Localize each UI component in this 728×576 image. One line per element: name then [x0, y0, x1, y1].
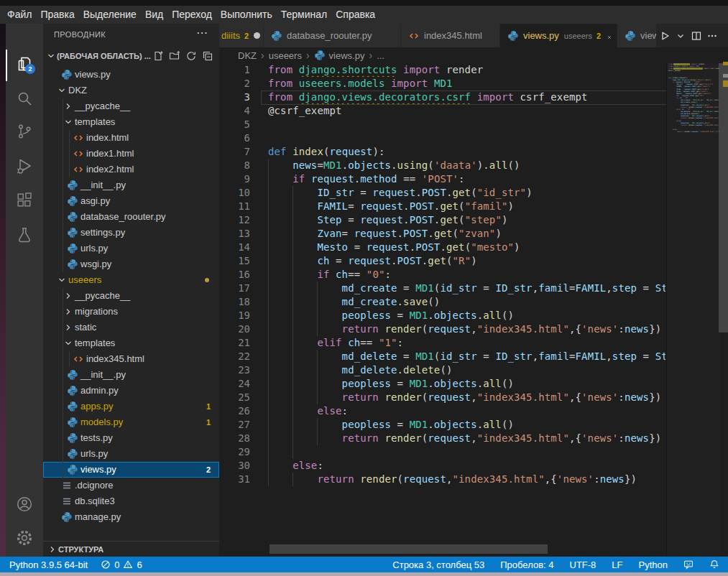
menu-item[interactable]: Выполнить: [216, 6, 277, 24]
line-number[interactable]: 10: [219, 186, 250, 200]
code-line-13[interactable]: 13 Zvan= request.POST.get("zvan"): [219, 227, 665, 241]
line-number[interactable]: 25: [219, 391, 250, 404]
feedback-icon[interactable]: [683, 559, 694, 570]
tree-item-settings.py[interactable]: settings.py: [43, 225, 219, 241]
outline-section-header[interactable]: СТРУКТУРА: [43, 541, 219, 557]
line-number[interactable]: 18: [219, 295, 250, 309]
code-line-12[interactable]: 12 Step = request.POST.get("step"): [219, 213, 665, 227]
code-line-18[interactable]: 18 md_create.save(): [219, 295, 665, 309]
testing-icon[interactable]: [16, 226, 33, 243]
collapse-all-icon[interactable]: [202, 50, 213, 62]
code-line-8[interactable]: 8 news=MD1.objects.using('daata').all(): [219, 159, 665, 172]
split-editor-icon[interactable]: [691, 30, 702, 42]
tab-index345.html[interactable]: index345.html: [401, 24, 500, 47]
code-line-22[interactable]: 22 md_delete = MD1(id_str = ID_str,famil…: [219, 350, 665, 363]
tree-item-asgi.py[interactable]: asgi.py: [43, 193, 219, 209]
tree-item-__pycache__[interactable]: __pycache__: [43, 98, 219, 114]
line-number[interactable]: 30: [219, 459, 250, 473]
explorer-more-icon[interactable]: ⋯: [196, 26, 208, 40]
menu-item[interactable]: Справка: [331, 6, 379, 24]
close-icon[interactable]: [607, 30, 612, 42]
line-number[interactable]: 31: [219, 473, 250, 486]
line-number[interactable]: 4: [219, 104, 250, 118]
code-line-23[interactable]: 23 md_delete.delete(): [219, 363, 665, 377]
code-line-20[interactable]: 20 return render(request,"index345.html"…: [219, 322, 665, 336]
code-line-24[interactable]: 24 peopless = MD1.objects.all(): [219, 377, 665, 391]
bell-icon[interactable]: [709, 559, 719, 570]
horizontal-scrollbar-slider[interactable]: [269, 544, 548, 554]
code-line-29[interactable]: 29: [219, 445, 665, 459]
code-line-19[interactable]: 19 peopless = MD1.objects.all(): [219, 309, 665, 322]
tree-item-__pycache__[interactable]: __pycache__: [43, 288, 219, 304]
line-number[interactable]: 22: [219, 350, 250, 363]
code-line-25[interactable]: 25 return render(request,"index345.html"…: [219, 391, 665, 404]
code-line-14[interactable]: 14 Mesto = request.POST.get("mesto"): [219, 241, 665, 254]
line-number[interactable]: 23: [219, 363, 250, 377]
status-LF[interactable]: LF: [612, 559, 622, 570]
line-number[interactable]: 21: [219, 336, 250, 350]
line-number[interactable]: 28: [219, 432, 250, 445]
line-number[interactable]: 16: [219, 268, 250, 282]
tree-item-apps.py[interactable]: apps.py1: [43, 399, 219, 414]
code-line-21[interactable]: 21 elif ch== "1":: [219, 336, 665, 350]
tree-item-__init__.py[interactable]: __init__.py: [43, 177, 219, 193]
problems-status[interactable]: 0 6: [101, 559, 142, 570]
line-number[interactable]: 9: [219, 172, 250, 186]
run-debug-icon[interactable]: [16, 157, 33, 175]
tree-item-DKZ[interactable]: DKZ: [43, 83, 219, 98]
line-number[interactable]: 19: [219, 309, 250, 322]
tree-item-db.sqlite3[interactable]: db.sqlite3: [43, 493, 219, 509]
tree-item-__init__.py[interactable]: __init__.py: [43, 367, 219, 383]
line-number[interactable]: 1: [219, 63, 250, 77]
line-number[interactable]: 14: [219, 241, 250, 254]
tree-item-migrations[interactable]: migrations: [43, 304, 219, 320]
line-number[interactable]: 26: [219, 404, 250, 418]
code-line-15[interactable]: 15 ch = request.POST.get("R"): [219, 254, 665, 268]
tree-item-useeers[interactable]: useeers: [43, 272, 219, 288]
code-editor[interactable]: 1from django.shortcuts import render2fro…: [219, 63, 665, 486]
breadcrumb-item[interactable]: useeers: [269, 50, 302, 61]
tree-item-wsgi.py[interactable]: wsgi.py: [43, 256, 219, 272]
run-dropdown-icon[interactable]: [675, 30, 686, 42]
menu-item[interactable]: Выделение: [79, 6, 141, 24]
code-line-4[interactable]: 4@csrf_exempt: [219, 104, 665, 118]
tree-item-urls.py[interactable]: urls.py: [43, 241, 219, 256]
line-number[interactable]: 27: [219, 418, 250, 432]
code-line-1[interactable]: 1from django.shortcuts import render: [219, 63, 665, 77]
tree-item-tests.py[interactable]: tests.py: [43, 430, 219, 446]
menu-item[interactable]: Вид: [141, 6, 167, 24]
account-icon[interactable]: [16, 496, 33, 513]
code-line-16[interactable]: 16 if ch== "0":: [219, 268, 665, 282]
breadcrumb-item[interactable]: views.py: [329, 50, 365, 61]
status-Пробелов: 4[interactable]: Пробелов: 4: [500, 559, 553, 570]
tree-item-templates[interactable]: templates: [43, 335, 219, 351]
breadcrumb-item[interactable]: DKZ: [238, 50, 257, 61]
menu-item[interactable]: Файл: [3, 6, 36, 24]
tab-diiits[interactable]: diiits2: [219, 24, 264, 47]
line-number[interactable]: 7: [219, 145, 250, 159]
tree-item-views.py[interactable]: views.py2: [43, 462, 219, 478]
menu-item[interactable]: Терминал: [277, 6, 331, 24]
tree-item-static[interactable]: static: [43, 320, 219, 335]
code-line-28[interactable]: 28 return render(request,"index345.html"…: [219, 432, 665, 445]
breadcrumb[interactable]: DKZ›useeers›views.py›...: [219, 47, 665, 63]
line-number[interactable]: 17: [219, 282, 250, 295]
line-number[interactable]: 6: [219, 131, 250, 145]
code-line-30[interactable]: 30 else:: [219, 459, 665, 473]
tree-item-templates[interactable]: templates: [43, 114, 219, 130]
code-line-5[interactable]: 5: [219, 118, 665, 131]
line-number[interactable]: 11: [219, 200, 250, 213]
line-number[interactable]: 15: [219, 254, 250, 268]
breadcrumb-item[interactable]: ...: [377, 50, 384, 61]
tree-item-models.py[interactable]: models.py1: [43, 414, 219, 430]
line-number[interactable]: 13: [219, 227, 250, 241]
extensions-icon[interactable]: [16, 192, 33, 209]
minimap[interactable]: from django.shortcuts import renderfrom …: [666, 63, 719, 557]
python-version[interactable]: Python 3.9.5 64-bit: [9, 559, 88, 570]
gear-icon[interactable]: [16, 529, 33, 547]
line-number[interactable]: 12: [219, 213, 250, 227]
vertical-scrollbar-slider[interactable]: [719, 63, 728, 333]
line-number[interactable]: 5: [219, 118, 250, 131]
line-number[interactable]: 20: [219, 322, 250, 336]
tree-item-urls.py[interactable]: urls.py: [43, 446, 219, 462]
